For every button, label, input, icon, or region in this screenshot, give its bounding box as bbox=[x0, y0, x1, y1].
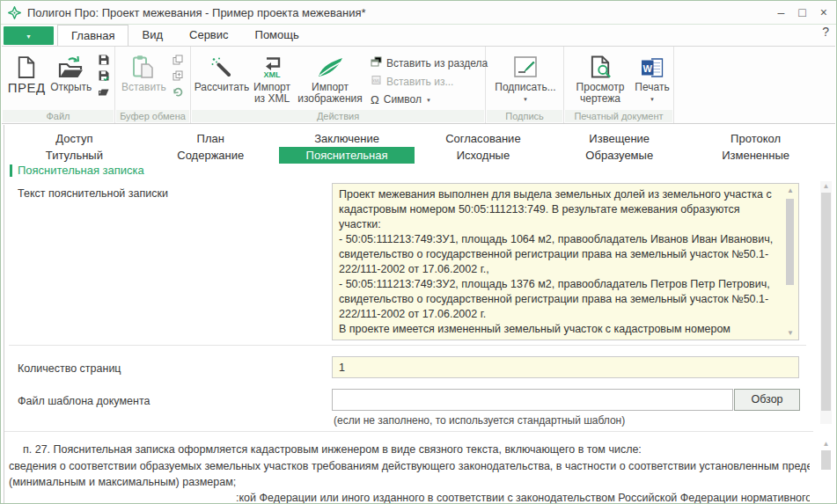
preview-magnifier-icon bbox=[589, 51, 613, 79]
print-button[interactable]: W Печать ▼ bbox=[633, 49, 672, 107]
paste-button[interactable]: Вставить bbox=[119, 49, 169, 95]
group-label-sign: Подпись bbox=[487, 110, 562, 122]
close-button[interactable]: × bbox=[820, 4, 827, 21]
insert-from-section-item[interactable]: Вставить из раздела bbox=[371, 56, 488, 69]
maximize-button[interactable]: □ bbox=[798, 4, 805, 21]
browse-button[interactable]: Обзор bbox=[734, 389, 800, 411]
pages-label: Количество страниц bbox=[18, 362, 121, 375]
sign-button[interactable]: Подписать... ▼ bbox=[492, 49, 558, 107]
pages-input[interactable] bbox=[332, 356, 799, 378]
section-tab-izmenennye[interactable]: Измененные bbox=[687, 147, 824, 164]
paste-special-icon[interactable] bbox=[172, 69, 185, 81]
section-tab-poyasnitelnaya[interactable]: Пояснительная bbox=[279, 147, 415, 164]
chevron-down-icon: ▼ bbox=[650, 94, 655, 106]
minimize-button[interactable]: – bbox=[778, 4, 785, 21]
document-icon bbox=[17, 51, 36, 79]
app-menu-button[interactable]: ▼ bbox=[4, 26, 54, 45]
section-tab-soglasovanie[interactable]: Согласование bbox=[415, 130, 551, 147]
window-title: Полигон Про: Проект межевания - Пример п… bbox=[27, 6, 366, 19]
section-tab-izveschenie[interactable]: Извещение bbox=[551, 130, 687, 147]
signature-pen-icon bbox=[513, 51, 538, 79]
ribbon: ПРЕД Открыть Файл bbox=[2, 46, 835, 124]
insert-from-section-icon bbox=[371, 56, 382, 69]
save-as-icon[interactable] bbox=[97, 69, 110, 81]
scroll-down-icon[interactable]: ▼ bbox=[784, 329, 797, 337]
section-tab-dostup[interactable]: Доступ bbox=[6, 130, 143, 147]
scroll-up-icon[interactable]: ▲ bbox=[820, 182, 832, 190]
template-input[interactable] bbox=[332, 389, 733, 411]
pred-button[interactable]: ПРЕД bbox=[5, 49, 48, 95]
ribbon-tab-vid[interactable]: Вид bbox=[128, 25, 176, 46]
magic-wand-icon bbox=[210, 51, 233, 79]
help-line: сведения о соответствии образуемых земел… bbox=[9, 458, 810, 475]
divider bbox=[9, 345, 806, 346]
breadcrumb: Пояснительная записка bbox=[10, 164, 144, 177]
chevron-down-icon: ▼ bbox=[426, 98, 431, 103]
title-bar: Полигон Про: Проект межевания - Пример п… bbox=[1, 1, 836, 25]
section-tab-ishodnye[interactable]: Исходные bbox=[415, 147, 551, 164]
save-icon[interactable] bbox=[97, 54, 110, 65]
app-window: Полигон Про: Проект межевания - Пример п… bbox=[0, 0, 837, 504]
help-line: :кой Федерации или иного изданного в соо… bbox=[236, 490, 810, 504]
section-tab-titulnyj[interactable]: Титульный bbox=[6, 147, 143, 164]
group-label-clipboard: Буфер обмена bbox=[116, 110, 189, 122]
breadcrumb-accent-bar bbox=[10, 164, 12, 177]
text-note-label: Текст пояснительной записки bbox=[18, 187, 168, 200]
ribbon-tab-glavnaya[interactable]: Главная bbox=[57, 25, 128, 46]
group-label-file: Файл bbox=[3, 110, 114, 122]
ribbon-group-sign: Подписать... ▼ Подпись bbox=[486, 47, 564, 123]
open-button[interactable]: Открыть bbox=[48, 49, 94, 95]
folder-open-icon bbox=[58, 51, 84, 79]
template-hint: (если не заполнено, то используется стан… bbox=[334, 414, 625, 427]
section-tab-zaklyuchenie[interactable]: Заключение bbox=[279, 130, 415, 147]
scroll-up-icon[interactable]: ▲ bbox=[820, 440, 832, 448]
svg-text:XML: XML bbox=[372, 79, 381, 84]
insert-from-xml-icon: XML bbox=[371, 75, 382, 88]
section-tab-obrazuemye[interactable]: Образуемые bbox=[551, 147, 687, 164]
calculate-button[interactable]: Рассчитать bbox=[195, 49, 249, 95]
textarea-scrollbar[interactable]: ▲ ▼ bbox=[784, 185, 797, 339]
explanatory-text-area[interactable]: Проект межевания выполнен для выдела зем… bbox=[332, 183, 799, 340]
page-scrollbar[interactable]: ▲ bbox=[820, 181, 832, 424]
content-area: Доступ План Заключение Согласование Изве… bbox=[4, 125, 836, 503]
ribbon-tab-pomosch[interactable]: Помощь bbox=[242, 25, 312, 46]
chevron-down-icon: ▼ bbox=[26, 33, 32, 40]
ribbon-group-file: ПРЕД Открыть Файл bbox=[2, 47, 115, 123]
group-label-print: Печатный документ bbox=[565, 110, 672, 122]
ribbon-group-actions: Рассчитать XML Импорт из XML Импорт изоб… bbox=[191, 47, 486, 123]
scroll-up-icon[interactable]: ▲ bbox=[784, 186, 797, 194]
omega-icon: Ω bbox=[371, 95, 379, 105]
word-icon: W bbox=[641, 51, 664, 79]
app-logo-icon bbox=[8, 6, 21, 23]
ribbon-tab-servis[interactable]: Сервис bbox=[176, 25, 242, 46]
svg-text:W: W bbox=[643, 63, 653, 74]
section-tab-protokol[interactable]: Протокол bbox=[687, 130, 824, 147]
scrollbar-thumb[interactable] bbox=[821, 450, 831, 470]
insert-from-item[interactable]: XML Вставить из... bbox=[371, 75, 488, 88]
clipboard-paste-icon bbox=[132, 51, 155, 79]
divider bbox=[4, 431, 813, 432]
import-xml-icon: XML bbox=[259, 51, 285, 79]
image-swoosh-icon bbox=[316, 51, 344, 79]
help-button[interactable]: ? bbox=[822, 25, 829, 39]
undo-icon[interactable] bbox=[172, 85, 185, 97]
chevron-down-icon: ▼ bbox=[523, 94, 528, 106]
section-tab-soderzhanie[interactable]: Содержание bbox=[143, 147, 279, 164]
ribbon-group-clipboard: Вставить Буфер обмена bbox=[115, 47, 191, 123]
scrollbar-thumb[interactable] bbox=[821, 193, 831, 411]
symbol-item[interactable]: Ω Символ ▼ bbox=[371, 93, 488, 106]
menu-row: ▼ Главная Вид Сервис Помощь bbox=[1, 25, 836, 46]
help-line: (минимальным и максимальным) размерам; bbox=[9, 474, 810, 491]
window-controls: – □ × bbox=[778, 4, 827, 21]
close-file-icon[interactable] bbox=[97, 85, 110, 97]
preview-drawing-button[interactable]: Просмотр чертежа bbox=[568, 49, 633, 106]
section-tabs: Доступ План Заключение Согласование Изве… bbox=[6, 130, 824, 164]
scrollbar-thumb[interactable] bbox=[786, 199, 794, 285]
section-tab-plan[interactable]: План bbox=[143, 130, 279, 147]
ribbon-group-print: Просмотр чертежа W Печать ▼ Печатный док… bbox=[564, 47, 674, 123]
import-xml-button[interactable]: XML Импорт из XML bbox=[249, 49, 295, 106]
svg-text:XML: XML bbox=[264, 70, 282, 79]
import-image-button[interactable]: Импорт изображения bbox=[295, 49, 365, 106]
copy-icon[interactable] bbox=[172, 54, 185, 65]
help-panel-scrollbar[interactable]: ▲ bbox=[820, 436, 832, 504]
